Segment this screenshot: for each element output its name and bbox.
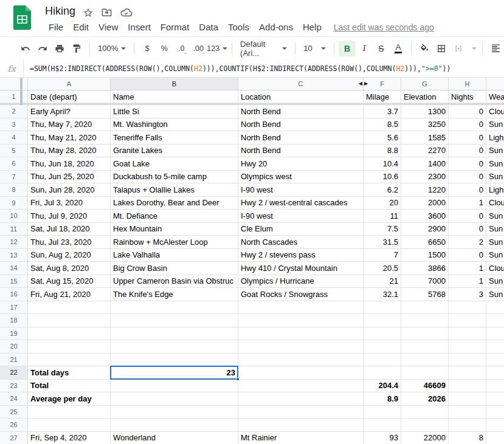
cell-A14[interactable]: Sat, Aug 8, 2020: [28, 262, 111, 275]
print-button[interactable]: [51, 41, 68, 56]
column-header-G[interactable]: G: [401, 78, 449, 91]
row-header-2[interactable]: 2: [0, 105, 28, 118]
cell-F20[interactable]: [364, 340, 401, 353]
row-header-10[interactable]: 10: [0, 210, 28, 223]
cell-B8[interactable]: Talapus + Olallie Lakes: [111, 183, 238, 197]
cell-F2[interactable]: 3.7: [364, 105, 401, 118]
cell-C11[interactable]: Cle Elum: [238, 223, 364, 236]
cell-G23[interactable]: 46609: [401, 380, 449, 393]
cell-A17[interactable]: [28, 301, 111, 315]
cell-C12[interactable]: North Cascades: [238, 236, 364, 249]
cell-F3[interactable]: 8.5: [364, 118, 401, 132]
cell-H20[interactable]: [449, 340, 486, 353]
cell-G9[interactable]: 2000: [401, 197, 449, 210]
cell-F27[interactable]: 93: [364, 432, 401, 444]
menu-insert[interactable]: Insert: [123, 21, 156, 33]
cell-F16[interactable]: 32.1: [364, 288, 401, 301]
horizontal-align-button[interactable]: [487, 41, 504, 56]
cell-H15[interactable]: 1: [449, 275, 486, 289]
cell-X15[interactable]: Sun: [486, 275, 504, 289]
cell-F8[interactable]: 6.2: [364, 183, 401, 197]
cell-C16[interactable]: Goat Rocks / Snowgrass: [238, 288, 364, 301]
cell-A26[interactable]: [28, 418, 111, 432]
cell-F12[interactable]: 31.5: [364, 236, 401, 249]
cell-F25[interactable]: [364, 406, 401, 419]
row-header-9[interactable]: 9: [0, 197, 28, 210]
borders-button[interactable]: [433, 41, 450, 56]
cell-B23[interactable]: [111, 380, 238, 393]
cell-F7[interactable]: 10.6: [364, 171, 401, 184]
frozen-row-handle[interactable]: [20, 78, 22, 105]
cell-G8[interactable]: 1220: [401, 183, 449, 197]
cell-F18[interactable]: [364, 314, 401, 327]
redo-button[interactable]: [34, 41, 51, 56]
menu-data[interactable]: Data: [194, 21, 223, 33]
cell-A24[interactable]: Average per day: [28, 392, 111, 406]
row-header-3[interactable]: 3: [0, 118, 28, 132]
row-header-18[interactable]: 18: [0, 314, 28, 327]
cell-H25[interactable]: [449, 406, 486, 419]
cell-B27[interactable]: Wonderland: [111, 432, 238, 444]
cell-H27[interactable]: 8: [449, 432, 486, 444]
cloud-saved-icon[interactable]: [120, 6, 133, 19]
cell-C7[interactable]: Olympics west: [238, 171, 364, 184]
cell-F13[interactable]: 7: [364, 249, 401, 262]
cell-X13[interactable]: Sun: [486, 249, 504, 262]
cell-A10[interactable]: Thu, Jul 9, 2020: [28, 210, 111, 223]
cell-C26[interactable]: [238, 418, 364, 432]
format-currency-button[interactable]: $: [139, 41, 156, 56]
cell-H22[interactable]: [449, 366, 486, 380]
cell-C17[interactable]: [238, 301, 364, 315]
cell-G3[interactable]: 3250: [401, 118, 449, 132]
cell-C6[interactable]: Hwy 20: [238, 157, 364, 171]
cell-F22[interactable]: [364, 366, 401, 380]
cell-F23[interactable]: 204.4: [364, 380, 401, 393]
cell-X11[interactable]: Sun: [486, 223, 504, 236]
cell-G24[interactable]: 2026: [401, 392, 449, 406]
merge-cells-button[interactable]: [450, 41, 467, 56]
menu-file[interactable]: File: [44, 21, 68, 33]
cell-X22[interactable]: [486, 366, 504, 380]
cell-F6[interactable]: 10.4: [364, 157, 401, 171]
cell-X26[interactable]: [486, 418, 504, 432]
cell-F24[interactable]: 8.9: [364, 392, 401, 406]
cell-B10[interactable]: Mt. Defiance: [111, 210, 238, 223]
cell-H1[interactable]: Nights: [449, 91, 486, 103]
row-header-21[interactable]: 21: [0, 353, 28, 367]
cell-G15[interactable]: 7000: [401, 275, 449, 289]
text-color-button[interactable]: A: [390, 41, 407, 56]
cell-G11[interactable]: 2900: [401, 223, 449, 236]
cell-C2[interactable]: North Bend: [238, 105, 364, 118]
formula-input[interactable]: =SUM(H$2:INDIRECT(ADDRESS(ROW(),COLUMN(H…: [30, 64, 450, 73]
column-header-H[interactable]: H: [449, 78, 486, 91]
cell-G25[interactable]: [401, 406, 449, 419]
undo-button[interactable]: [17, 41, 34, 56]
cell-X12[interactable]: Sun: [486, 236, 504, 249]
cell-B9[interactable]: Lakes Dorothy, Bear and Deer: [111, 197, 238, 210]
cell-X5[interactable]: Sun: [486, 145, 504, 158]
cell-X1[interactable]: Wea: [486, 91, 504, 103]
cell-C15[interactable]: Olympics / Hurricane: [238, 275, 364, 289]
column-header-F[interactable]: F▶: [364, 78, 401, 91]
cell-A2[interactable]: Early April?: [28, 105, 111, 118]
last-edit-link[interactable]: Last edit was seconds ago: [334, 22, 434, 32]
cell-B26[interactable]: [111, 418, 238, 432]
cell-H9[interactable]: 1: [449, 197, 486, 210]
cell-X20[interactable]: [486, 340, 504, 353]
cell-F11[interactable]: 7.5: [364, 223, 401, 236]
cell-G7[interactable]: 2300: [401, 171, 449, 184]
cell-C22[interactable]: [238, 366, 364, 380]
menu-view[interactable]: View: [94, 21, 123, 33]
cell-F15[interactable]: 21: [364, 275, 401, 289]
cell-H3[interactable]: 0: [449, 118, 486, 132]
cell-A9[interactable]: Fri, Jul 3, 2020: [28, 197, 111, 210]
cell-X24[interactable]: [486, 392, 504, 406]
row-header-24[interactable]: 24: [0, 392, 28, 406]
cell-X10[interactable]: Sun: [486, 210, 504, 223]
cell-X19[interactable]: [486, 327, 504, 341]
cell-C5[interactable]: North Bend: [238, 145, 364, 158]
cell-H17[interactable]: [449, 301, 486, 315]
cell-H21[interactable]: [449, 353, 486, 367]
select-all-corner[interactable]: [0, 78, 28, 91]
cell-H18[interactable]: [449, 314, 486, 327]
